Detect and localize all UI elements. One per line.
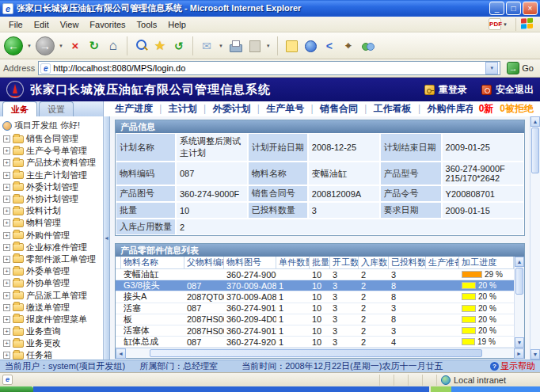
- table-row[interactable]: 活塞体 2087HS002 360-274-9011W 1 10 3 2 3: [116, 325, 514, 337]
- table-row[interactable]: 缸体总成 087 360-274-9200F 1 10 3 2 4 19 %: [116, 337, 514, 348]
- sidebar-tree-item[interactable]: + 零部件派工单管理: [0, 253, 103, 265]
- expand-icon[interactable]: +: [3, 219, 10, 226]
- menu-edit[interactable]: Edit: [29, 18, 55, 31]
- table-row[interactable]: 板 2087HS002 360-209-4D010 1 10 3 2 8 20: [116, 314, 514, 325]
- expand-icon[interactable]: +: [3, 304, 10, 311]
- show-help-link[interactable]: ? 显示帮助: [490, 360, 535, 372]
- table-row[interactable]: 接头A 2087QT002 370-009-A0850 1 10 3 2 8: [116, 291, 514, 303]
- menu-view[interactable]: View: [55, 18, 85, 31]
- sidebar-tree-item[interactable]: + 产品技术资料管理: [0, 157, 103, 169]
- nav-link[interactable]: 工作看板: [358, 102, 412, 116]
- expand-icon[interactable]: +: [3, 280, 10, 287]
- pdf-dropdown-icon[interactable]: ▼: [503, 22, 508, 27]
- sidebar-tree-item[interactable]: + 生产令号单管理: [0, 145, 103, 157]
- back-icon[interactable]: ←: [4, 36, 23, 55]
- refresh-icon[interactable]: ↻: [86, 37, 102, 55]
- table-row[interactable]: G3/8接头 087 370-009-A0840 1 10 3 2 8 20: [116, 280, 514, 291]
- nav-link[interactable]: 生产单号: [251, 102, 305, 116]
- scroll-up-icon[interactable]: ▲: [515, 257, 524, 267]
- maximize-button[interactable]: □: [506, 2, 521, 15]
- mail-dropdown-icon[interactable]: ▼: [219, 44, 223, 48]
- sidebar-tree-item[interactable]: + 任务箱: [0, 349, 103, 360]
- research-icon[interactable]: ⌖: [340, 37, 356, 55]
- parts-horizontal-scrollbar[interactable]: ◄ ►: [116, 348, 524, 358]
- table-row[interactable]: 变幅油缸 360-274-9000F 10 3 2 3 29 %: [116, 269, 514, 280]
- minimize-button[interactable]: _: [489, 2, 504, 15]
- expand-icon[interactable]: +: [3, 172, 10, 179]
- start-button[interactable]: [0, 386, 33, 392]
- go-button[interactable]: → Go: [504, 62, 537, 74]
- sidebar-tree-item[interactable]: + 缴送单管理: [0, 302, 103, 314]
- history-icon[interactable]: ↺: [171, 37, 187, 55]
- forward-dropdown-icon[interactable]: ▼: [59, 44, 63, 48]
- edit-icon[interactable]: [246, 37, 262, 55]
- scroll-up-icon[interactable]: ▲: [530, 116, 540, 127]
- expand-icon[interactable]: +: [3, 256, 10, 263]
- expand-icon[interactable]: +: [3, 147, 10, 154]
- expand-icon[interactable]: +: [3, 244, 10, 251]
- table-row[interactable]: 活塞 087 360-274-9010F 1 10 3 2 3 20 %: [116, 303, 514, 314]
- print-icon[interactable]: [227, 37, 243, 55]
- expand-icon[interactable]: +: [3, 352, 10, 359]
- expand-icon[interactable]: +: [3, 196, 10, 203]
- expand-icon[interactable]: +: [3, 135, 10, 143]
- address-url[interactable]: http://localhost:8080/MPS/login.do: [53, 63, 485, 73]
- sidebar-tree-item[interactable]: + 企业标准件管理: [0, 242, 103, 253]
- logout-button[interactable]: 安全退出: [481, 83, 534, 97]
- back-dropdown-icon[interactable]: ▼: [27, 44, 32, 48]
- address-dropdown-icon[interactable]: ▼: [485, 62, 498, 74]
- menu-file[interactable]: File: [3, 18, 29, 31]
- expand-icon[interactable]: +: [3, 159, 10, 166]
- edit-dropdown-icon[interactable]: ▼: [266, 44, 271, 48]
- tab-business[interactable]: 业务: [2, 101, 37, 116]
- sidebar-tree-item[interactable]: + 业务查询: [0, 325, 103, 337]
- sidebar-tree-item[interactable]: + 外协单管理: [0, 277, 103, 289]
- expand-icon[interactable]: +: [3, 328, 10, 335]
- relogin-button[interactable]: 重登录: [424, 83, 467, 97]
- sidebar-tree-item[interactable]: + 产品派工单管理: [0, 289, 103, 301]
- forward-icon[interactable]: →: [36, 36, 55, 55]
- expand-icon[interactable]: +: [3, 207, 10, 215]
- sidebar-tree-item[interactable]: + 外委单管理: [0, 265, 103, 277]
- search-icon[interactable]: [133, 37, 149, 55]
- sidebar-tree-item[interactable]: + 业务更改: [0, 337, 103, 349]
- web-icon[interactable]: [302, 37, 318, 55]
- nav-link[interactable]: 销售合同: [304, 102, 358, 116]
- sidebar-splitter[interactable]: [104, 116, 110, 360]
- sidebar-tree-item[interactable]: + 外协计划管理: [0, 193, 103, 205]
- scroll-down-icon[interactable]: ▼: [530, 349, 540, 360]
- scroll-left-icon[interactable]: ◄: [116, 348, 126, 359]
- menu-help[interactable]: Help: [162, 18, 192, 31]
- expand-icon[interactable]: +: [3, 184, 10, 191]
- page-vertical-scrollbar[interactable]: ▲ ▼: [530, 116, 540, 360]
- close-button[interactable]: ×: [523, 2, 538, 15]
- parts-vertical-scrollbar[interactable]: ▲ ▼: [514, 257, 524, 348]
- sidebar-tree-item[interactable]: + 报废件管理菜单: [0, 314, 103, 325]
- home-icon[interactable]: ⌂: [105, 37, 121, 55]
- expand-icon[interactable]: +: [3, 316, 10, 323]
- nav-link[interactable]: 生产进度: [115, 102, 153, 116]
- menu-tools[interactable]: Tools: [131, 18, 163, 31]
- mail-icon[interactable]: ✉: [199, 37, 215, 55]
- menu-favorites[interactable]: Favorites: [84, 18, 131, 31]
- expand-icon[interactable]: +: [3, 292, 10, 299]
- address-input[interactable]: e http://localhost:8080/MPS/login.do ▼: [38, 61, 500, 75]
- sidebar-tree-item[interactable]: + 物料管理: [0, 217, 103, 229]
- notes-icon[interactable]: [283, 37, 299, 55]
- pdf-toolbar-icon[interactable]: PDF: [489, 18, 501, 30]
- contacts-icon[interactable]: [359, 37, 375, 55]
- expand-icon[interactable]: +: [3, 340, 10, 347]
- sidebar-tree-item[interactable]: + 外购件管理: [0, 230, 103, 242]
- nav-link[interactable]: 外购件库存: [412, 102, 473, 116]
- sidebar-tree-item[interactable]: + 外委计划管理: [0, 181, 103, 193]
- expand-icon[interactable]: +: [3, 232, 10, 239]
- favorites-icon[interactable]: ★: [152, 37, 168, 55]
- sidebar-tree-item[interactable]: + 销售合同管理: [0, 133, 103, 145]
- messenger-icon[interactable]: <: [321, 37, 337, 55]
- scroll-right-icon[interactable]: ►: [514, 348, 524, 359]
- sidebar-tree-item[interactable]: + 主生产计划管理: [0, 169, 103, 181]
- badge-rejected-tasks[interactable]: 0被拒绝: [500, 102, 534, 116]
- tab-settings[interactable]: 设置: [39, 101, 74, 116]
- stop-icon[interactable]: ×: [67, 37, 83, 55]
- badge-new-tasks[interactable]: 0新: [479, 102, 494, 116]
